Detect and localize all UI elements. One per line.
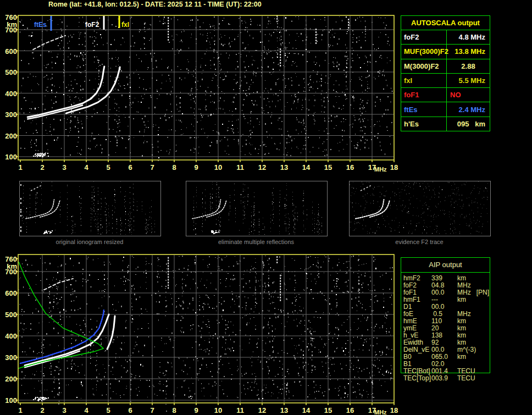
x-axis-tick-label: 14 xyxy=(300,163,313,171)
x-axis-tick-label: 16 xyxy=(343,163,357,171)
thumbnail-evidence-f2-trace xyxy=(349,181,491,236)
table-row: M(3000)F22.88 xyxy=(401,59,490,74)
table-row: foF24.8 MHz xyxy=(401,30,490,45)
x-axis-tick-label: 8 xyxy=(168,406,181,414)
parameter-unit: km xyxy=(457,353,490,361)
parameter-unit: TECU xyxy=(457,375,490,382)
aip-output-table: AIP output hmF2339kmfoF204.8MHzfoF100.0M… xyxy=(401,257,490,373)
x-axis-unit-label: MHz xyxy=(374,409,387,415)
parameter-value: 4.8 MHz xyxy=(447,33,490,41)
x-axis-tick-label: 9 xyxy=(190,406,203,414)
x-axis-tick-label: 15 xyxy=(322,406,335,414)
y-axis-tick-label: 400 xyxy=(1,332,17,340)
x-axis-tick-label: 7 xyxy=(146,163,159,171)
ionogram-canvas xyxy=(14,252,398,415)
parameter-value: 5.5 MHz xyxy=(447,76,490,85)
parameter-value: 095 km xyxy=(447,120,490,128)
table-row: fxI5.5 MHz xyxy=(401,74,490,88)
y-axis-tick-label: 500 xyxy=(1,68,17,76)
autoscala-table-header: AUTOSCALA output xyxy=(401,16,490,30)
y-axis-tick-label: 600 xyxy=(1,289,17,297)
x-axis-tick-label: 12 xyxy=(256,163,269,171)
y-axis-tick-label: 500 xyxy=(1,311,17,319)
table-row: TEC[Top]003.9TECU xyxy=(401,375,490,382)
table-row: MUF(3000)F213.8 MHz xyxy=(401,45,490,59)
thumbnail-canvas xyxy=(350,181,489,235)
table-row: hmF1---km xyxy=(401,296,490,303)
y-axis-tick-label: 400 xyxy=(1,90,17,98)
y-axis-tick-label: 600 xyxy=(1,47,17,56)
x-axis-tick-label: 2 xyxy=(36,406,49,414)
parameter-label: h'Es xyxy=(401,117,447,131)
x-axis-tick-label: 8 xyxy=(168,163,181,171)
y-axis-unit-label: km xyxy=(1,20,17,29)
parameter-value: 2.4 MHz xyxy=(447,106,490,114)
x-axis-tick-label: 11 xyxy=(234,163,247,171)
table-row: h'Es095 km xyxy=(401,117,490,131)
y-axis-tick-label: 300 xyxy=(1,110,17,119)
x-axis-tick-label: 5 xyxy=(102,406,115,414)
x-axis-tick-label: 11 xyxy=(234,406,247,414)
x-axis-tick-label: 3 xyxy=(58,406,71,414)
x-axis-tick-label: 10 xyxy=(212,163,225,171)
page-title: Rome (lat: +41.8, lon: 012.5) - DATE: 20… xyxy=(48,1,262,8)
parameter-value: 13.8 MHz xyxy=(447,47,490,56)
thumbnail-eliminate-reflections xyxy=(186,181,328,236)
top-ionogram-plot: ftEsfoF2fxI123456789101112131415161718MH… xyxy=(14,13,398,171)
x-axis-tick-label: 13 xyxy=(278,406,291,414)
legend-foF2: foF2 xyxy=(85,21,99,29)
autoscala-output-table: AUTOSCALA output foF24.8 MHzMUF(3000)F21… xyxy=(401,15,490,131)
x-axis-tick-label: 7 xyxy=(146,406,159,414)
parameter-label: foF1 xyxy=(401,88,447,102)
parameter-label: TEC[Top] xyxy=(401,375,431,382)
aip-table-header: AIP output xyxy=(401,258,490,273)
x-axis-tick-label: 4 xyxy=(80,406,93,414)
y-axis-tick-label: 200 xyxy=(1,375,17,383)
x-axis-tick-label: 10 xyxy=(212,406,225,414)
y-axis-unit-label: km xyxy=(1,262,17,270)
thumbnail-caption: evidence F2 trace xyxy=(348,239,491,245)
x-axis-tick-label: 14 xyxy=(300,406,313,414)
parameter-label: M(3000)F2 xyxy=(401,59,447,73)
x-axis-tick-label: 5 xyxy=(102,163,115,171)
parameter-value: 2.88 xyxy=(447,62,490,70)
y-axis-tick-label: 300 xyxy=(1,353,17,362)
x-axis-tick-label: 12 xyxy=(256,406,269,414)
parameter-value: 003.9 xyxy=(431,375,457,382)
x-axis-tick-label: 1 xyxy=(14,163,27,171)
x-axis-tick-label: 4 xyxy=(80,163,93,171)
ionogram-canvas xyxy=(14,13,398,171)
x-axis-tick-label: 18 xyxy=(387,406,401,414)
legend-ftEs: ftEs xyxy=(34,21,47,29)
parameter-label: foF2 xyxy=(401,30,447,44)
x-axis-tick-label: 13 xyxy=(278,163,291,171)
y-axis-tick-label: 200 xyxy=(1,132,17,140)
x-axis-tick-label: 9 xyxy=(190,163,203,171)
table-row: foF1NO xyxy=(401,88,490,102)
y-axis-tick-label: 100 xyxy=(1,153,17,161)
x-axis-tick-label: 1 xyxy=(14,406,27,414)
autoscala-screen: Rome (lat: +41.8, lon: 012.5) - DATE: 20… xyxy=(0,0,532,415)
thumbnail-caption: original ionogram resized xyxy=(18,239,161,245)
legend-fxI: fxI xyxy=(121,21,129,29)
table-row: ftEs2.4 MHz xyxy=(401,102,490,117)
x-axis-tick-label: 6 xyxy=(124,406,137,414)
parameter-label: ftEs xyxy=(401,102,447,116)
x-axis-tick-label: 6 xyxy=(124,163,137,171)
parameter-label: MUF(3000)F2 xyxy=(401,45,447,58)
parameter-value: NO xyxy=(447,91,490,99)
aip-table-rows: hmF2339kmfoF204.8MHzfoF100.0MHz [PN]hmF1… xyxy=(401,275,490,382)
x-axis-tick-label: 2 xyxy=(36,163,49,171)
x-axis-tick-label: 15 xyxy=(322,163,335,171)
x-axis-tick-label: 18 xyxy=(387,163,401,171)
x-axis-unit-label: MHz xyxy=(374,166,387,173)
thumbnail-canvas xyxy=(20,181,159,235)
table-row: B0065.0km xyxy=(401,353,490,361)
parameter-unit: km xyxy=(457,296,490,303)
bottom-ionogram-plot: 123456789101112131415161718MHz7607006005… xyxy=(14,252,398,415)
thumbnail-original-ionogram xyxy=(19,181,161,236)
x-axis-tick-label: 3 xyxy=(58,163,71,171)
parameter-label: fxI xyxy=(401,74,447,87)
y-axis-tick-label: 100 xyxy=(1,396,17,405)
table-row: D100.0 xyxy=(401,303,490,311)
